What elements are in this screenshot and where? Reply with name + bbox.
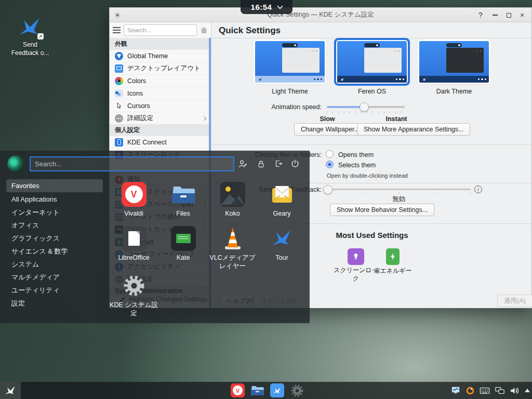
theme-selector: - □ × Light Theme - □ × Feren OS - □ × D… [255,41,489,95]
category-utilities[interactable]: ユーティリティ [6,284,103,297]
shortcut-arrow-badge: ↗ [37,33,44,39]
theme-card-light[interactable]: - □ × Light Theme [255,41,325,95]
category-office[interactable]: オフィス [6,219,103,232]
app-geary[interactable]: Geary [257,182,307,218]
user-edit-icon [238,159,248,169]
taskbar-files[interactable] [250,383,264,397]
power-icon [290,159,300,168]
titlebar[interactable]: Quick Settings — KDE システム設定 ? × [110,8,531,22]
vlc-cone-icon [220,226,245,251]
opens-them-radio[interactable] [326,150,334,158]
desktop-icon-send-feedback[interactable]: ↗ Send Feedback o... [6,16,54,57]
feedback-slider[interactable] [327,189,471,190]
maximize-button[interactable] [502,8,515,22]
category-internet[interactable]: インターネット [6,206,103,219]
vivaldi-icon: V [122,182,147,207]
logout-button[interactable] [272,157,285,170]
update-store-icon[interactable] [466,386,475,395]
taskbar-vivaldi[interactable]: V [231,383,245,397]
app-tour[interactable]: Tour [257,226,307,262]
settings-search-input[interactable] [124,24,197,36]
lock-icon [257,159,265,168]
minimize-button[interactable] [489,8,501,22]
clock-widget[interactable]: 16:54 [241,0,292,14]
sidebar-item-colors[interactable]: Colors [110,74,211,87]
desktop-layout-icon [115,64,123,73]
page-title: Quick Settings [219,25,281,36]
taskbar-system-settings-launching[interactable] [290,383,304,398]
category-multimedia[interactable]: マルチメディア [6,271,103,284]
kate-icon [171,226,196,251]
category-science-math[interactable]: サイエンス & 数学 [6,245,103,258]
window-title: Quick Settings — KDE システム設定 [110,10,531,19]
launcher-button[interactable] [0,382,21,399]
power-button[interactable] [289,157,301,170]
hamburger-menu-icon[interactable] [113,27,121,33]
volume-icon[interactable] [510,386,520,395]
help-button[interactable]: ? [474,8,487,22]
chevron-down-icon [277,3,283,9]
user-settings-button[interactable] [236,157,249,170]
lock-icon [352,252,360,261]
slider-ticks [327,111,405,113]
change-wallpaper-button[interactable]: Change Wallpaper... [294,123,366,136]
opens-them-label[interactable]: Opens them [338,151,374,158]
sidebar-item-advanced-appearance[interactable]: •••詳細設定 [110,112,211,124]
feren-bird-icon [273,387,282,395]
theme-card-feren-os[interactable]: - □ × Feren OS [337,41,407,95]
sidebar-item-icons[interactable]: Icons [110,87,211,99]
instant-label: Instant [383,115,410,123]
feren-bird-icon [271,228,294,249]
animation-speed-label: Animation speed: [211,103,322,111]
keyboard-layout-icon[interactable] [480,386,490,395]
sidebar-item-cursors[interactable]: Cursors [110,99,211,112]
envelope-icon [270,182,295,207]
app-launcher-menu: Favorites All Applications インターネット オフィス … [0,151,310,323]
app-files[interactable]: Files [158,182,208,218]
icons-icon [115,89,123,98]
app-libreoffice[interactable]: LibreOffice [109,226,158,262]
clock-time: 16:54 [251,3,272,11]
more-appearance-settings-button[interactable]: Show More Appearance Settings... [357,123,470,136]
lightning-icon [390,252,396,261]
color-wheel-icon [115,77,123,85]
category-graphics[interactable]: グラフィックス [6,232,103,245]
slow-label: Slow [315,115,339,123]
logout-icon [274,159,283,168]
animation-speed-knob[interactable] [360,102,369,112]
display-connect-icon[interactable] [495,386,505,395]
category-all-applications[interactable]: All Applications [6,193,103,206]
close-button[interactable]: × [516,8,528,22]
sidebar-item-global-theme[interactable]: Global Theme [110,49,211,62]
app-vivaldi[interactable]: V Vivaldi [109,182,158,218]
lock-screen-button[interactable] [255,157,267,170]
app-kate[interactable]: Kate [158,226,208,262]
selects-them-label[interactable]: Selects them [338,162,376,169]
apply-button[interactable]: 適用(A) [497,295,532,307]
feren-bird-icon [340,77,344,82]
tray-expand-icon[interactable] [525,389,530,392]
most-used-energy[interactable] [386,248,400,265]
more-behavior-settings-button[interactable]: Show More Behavior Settings... [330,204,434,216]
sidebar-item-desktop-layout[interactable]: デスクトップレイアウト [110,62,211,74]
taskbar-tour[interactable] [270,383,284,397]
selects-them-radio[interactable] [326,161,334,168]
folder-icon [171,182,196,207]
app-vlc[interactable]: VLCメディアプレイヤー [208,226,257,270]
system-monitor-icon[interactable] [451,385,461,395]
category-system[interactable]: システム [6,258,103,271]
user-avatar[interactable] [7,155,24,172]
app-koko[interactable]: Koko [208,182,257,218]
app-system-settings[interactable]: KDE システム設定 [109,273,158,317]
most-used-screen-lock[interactable] [348,248,364,265]
sidebar-item-kde-connect[interactable]: KDE Connect [110,136,211,148]
minimize-icon [493,15,498,16]
most-used-energy-label: 省エネルギー [370,267,416,275]
launcher-search-input[interactable] [30,156,234,171]
info-icon[interactable]: i [474,185,482,193]
category-favorites[interactable]: Favorites [6,179,103,192]
feedback-slider-knob[interactable] [323,185,332,194]
theme-card-dark[interactable]: - □ × Dark Theme [419,41,489,95]
home-icon[interactable] [200,26,208,34]
category-settings[interactable]: 設定 [6,297,103,310]
